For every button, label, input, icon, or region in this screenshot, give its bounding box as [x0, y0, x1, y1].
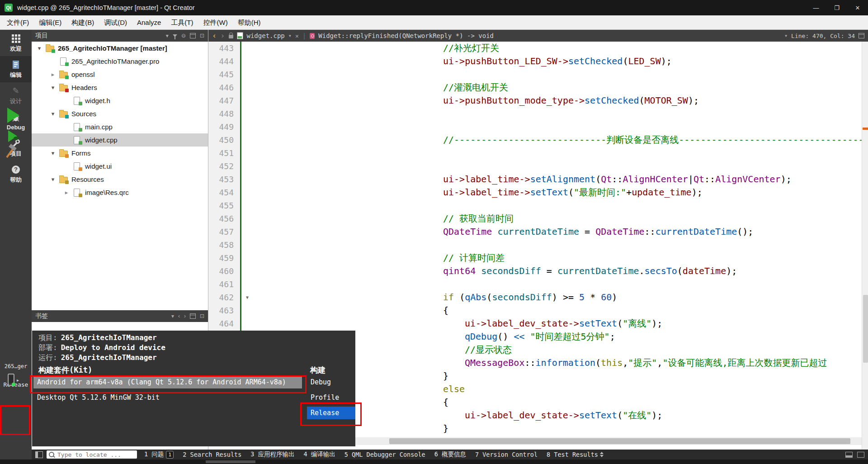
tree-row-265-AgritechIoTManager-pro[interactable]: 265_AgritechIoTManager.pro [32, 55, 208, 68]
run-button[interactable] [7, 108, 19, 123]
panel-dropdown-icon[interactable]: ▾ [166, 33, 169, 38]
vscroll-thumb[interactable] [863, 295, 868, 363]
tree-row-Forms[interactable]: ▾Forms [32, 147, 208, 160]
menu-item-4[interactable]: Analyze [132, 15, 166, 29]
debug-run-button[interactable] [8, 130, 17, 142]
minimize-button[interactable]: — [806, 0, 826, 15]
code-line-460[interactable]: 460qint64 secondsDiff = currentDateTime.… [208, 265, 862, 278]
hscroll-thumb[interactable] [389, 438, 850, 444]
chevron-down-icon[interactable]: ▾ [47, 150, 59, 156]
code-line-452[interactable]: 452 [208, 160, 862, 173]
menu-item-3[interactable]: 调试(D) [99, 15, 132, 29]
close-button[interactable]: ✕ [847, 0, 868, 15]
code-line-454[interactable]: 454ui->label_time->setText("最新时间:"+updat… [208, 186, 862, 199]
code-line-450[interactable]: 450//----------------------------判断设备是否离… [208, 133, 862, 147]
filter-icon[interactable] [173, 34, 177, 37]
build-button[interactable] [4, 144, 17, 161]
tree-row-main-cpp[interactable]: main.cpp [32, 120, 208, 133]
mode-帮助[interactable]: ?帮助 [0, 161, 32, 187]
chevron-down-icon[interactable]: ▾ [47, 110, 59, 117]
output-window-icon[interactable] [845, 452, 853, 458]
code-line-456[interactable]: 456// 获取当前时间 [208, 212, 862, 225]
output-pane-button-3[interactable]: 3 应用程序输出 [250, 450, 294, 459]
next-bookmark-icon[interactable]: › [184, 313, 186, 319]
tree-row-265-AgritechIoTManager-master-[interactable]: ▾265_AgritechIoTManager [master] [32, 42, 208, 55]
design-pencil-icon: ✎ [11, 86, 21, 96]
symbol-dropdown-icon[interactable]: ▾ [784, 33, 788, 38]
output-pane-button-1[interactable]: 1 问题1 [144, 450, 174, 459]
panel-dropdown-icon[interactable]: ▾ [171, 313, 174, 319]
code-line-447[interactable]: 447ui->pushButton_mode_type->setChecked(… [208, 94, 862, 107]
code-line-463[interactable]: 463{ [208, 304, 862, 317]
code-line-444[interactable]: 444ui->pushButton_LED_SW->setChecked(LED… [208, 55, 862, 68]
tree-row-widget-h[interactable]: widget.h [32, 94, 208, 107]
locate-input[interactable] [57, 451, 135, 459]
menu-item-7[interactable]: 帮助(H) [233, 15, 266, 29]
chevron-down-icon[interactable]: ▾ [33, 45, 45, 52]
output-pane-button-8[interactable]: 8 Test Results [547, 451, 598, 458]
split-panel-icon[interactable] [190, 33, 196, 38]
split-panel-icon[interactable] [190, 313, 196, 319]
chevron-down-icon[interactable]: ▾ [47, 84, 59, 91]
chevron-right-icon[interactable]: ▸ [61, 189, 72, 196]
kit-project-short[interactable]: 265…ger [0, 363, 32, 369]
code-line-462[interactable]: 462▼if (qAbs(secondsDiff) >= 5 * 60) [208, 291, 862, 304]
menu-item-0[interactable]: 文件(F) [2, 15, 34, 29]
code-line-458[interactable]: 458 [208, 238, 862, 251]
tree-row-openssl[interactable]: ▸openssl [32, 68, 208, 81]
output-pane-updown-icon[interactable] [600, 452, 604, 457]
go-back-icon[interactable]: ‹ [212, 31, 217, 40]
output-pane-button-2[interactable]: 2 Search Results [183, 451, 241, 458]
tree-row-Sources[interactable]: ▾Sources [32, 107, 208, 120]
mode-欢迎[interactable]: 欢迎 [0, 30, 32, 56]
menu-item-6[interactable]: 控件(W) [198, 15, 233, 29]
chevron-down-icon[interactable]: ▾ [47, 176, 59, 183]
code-line-455[interactable]: 455 [208, 199, 862, 212]
kit-selector-button[interactable]: 265…ger ▸ Release [0, 360, 32, 388]
vertical-scrollbar[interactable] [862, 42, 868, 450]
close-panel-icon[interactable]: ⊡ [200, 33, 204, 38]
tree-row-image-Res-qrc[interactable]: ▸image\Res.qrc [32, 186, 208, 199]
output-pane-button-6[interactable]: 6 概要信息 [434, 450, 466, 459]
tree-row-widget-ui[interactable]: widget.ui [32, 160, 208, 173]
code-line-457[interactable]: 457QDateTime currentDateTime = QDateTime… [208, 225, 862, 238]
tree-row-Headers[interactable]: ▾Headers [32, 81, 208, 94]
menu-item-2[interactable]: 构建(B) [66, 15, 99, 29]
maximize-button[interactable]: ❐ [826, 0, 847, 15]
split-editor-icon[interactable] [859, 33, 864, 38]
output-pane-button-4[interactable]: 4 编译输出 [304, 450, 335, 459]
toggle-sidebar-icon[interactable] [35, 451, 43, 458]
menu-item-5[interactable]: 工具(T) [166, 15, 198, 29]
code-line-449[interactable]: 449 [208, 120, 862, 133]
current-symbol[interactable]: Widget::replyFinished(QNetworkReply *) -… [318, 32, 494, 39]
code-line-451[interactable]: 451 [208, 147, 862, 160]
code-line-445[interactable]: 445 [208, 68, 862, 81]
close-document-icon[interactable]: ✕ [295, 33, 299, 39]
open-file-name[interactable]: widget.cpp [247, 32, 285, 39]
prev-bookmark-icon[interactable]: ‹ [178, 313, 180, 319]
menu-item-1[interactable]: 编辑(E) [34, 15, 66, 29]
code-line-461[interactable]: 461 [208, 278, 862, 291]
mode-编辑[interactable]: 编辑 [0, 56, 32, 82]
code-line-443[interactable]: 443//补光灯开关 [208, 42, 862, 55]
code-line-448[interactable]: 448 [208, 107, 862, 120]
sync-with-editor-icon[interactable]: ⊖ [181, 33, 186, 38]
document-dropdown-icon[interactable]: ▾ [288, 33, 292, 38]
build-config-debug[interactable]: Debug [307, 376, 355, 388]
tree-row-widget-cpp[interactable]: widget.cpp [32, 133, 208, 147]
fold-marker-icon[interactable]: ▼ [241, 291, 253, 304]
build-config-profile[interactable]: Profile [307, 391, 355, 404]
output-pane-button-5[interactable]: 5 QML Debugger Console [344, 451, 425, 458]
fullscreen-pane-icon[interactable] [857, 452, 864, 458]
locator[interactable] [47, 450, 137, 459]
chevron-right-icon[interactable]: ▸ [47, 71, 59, 78]
mode-设计[interactable]: ✎设计 [0, 82, 32, 109]
tree-row-Resources[interactable]: ▾Resources [32, 173, 208, 186]
close-panel-icon[interactable]: ⊡ [200, 313, 204, 319]
code-line-453[interactable]: 453ui->label_time->setAlignment(Qt::Alig… [208, 173, 862, 186]
code-line-459[interactable]: 459// 计算时间差 [208, 251, 862, 265]
go-forward-icon[interactable]: › [220, 31, 225, 40]
output-pane-button-7[interactable]: 7 Version Control [475, 451, 538, 458]
code-line-446[interactable]: 446//灌溉电机开关 [208, 81, 862, 94]
code-line-464[interactable]: 464ui->label_dev_state->setText("离线"); [208, 317, 862, 330]
